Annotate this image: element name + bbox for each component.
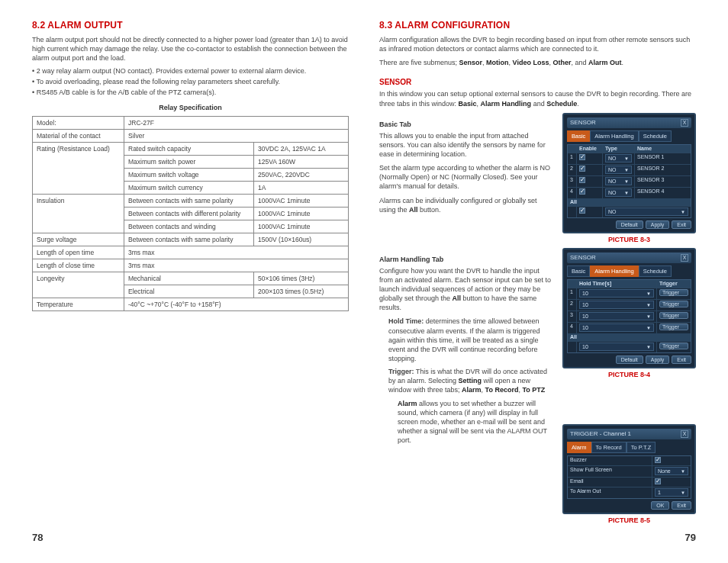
tab-to-record[interactable]: To Record (591, 442, 627, 453)
checkbox[interactable] (579, 208, 585, 214)
window-title: TRIGGER - Channel 1 (570, 430, 631, 437)
bullet: 2 way relay alarm output (NO contact). P… (32, 67, 349, 75)
tab-basic[interactable]: Basic (567, 130, 590, 142)
trigger-button[interactable]: Trigger (659, 312, 688, 319)
alarm-def: Alarm allows you to set whether a buzzer… (398, 399, 555, 446)
relay-spec-table: Model:JRC-27FMaterial of the contactSilv… (32, 116, 349, 311)
tab-to-ptz[interactable]: To P.T.Z (627, 442, 656, 453)
figure-caption: PICTURE 8-5 (562, 516, 696, 524)
close-icon[interactable]: X (681, 430, 688, 438)
tab-alarm-handling[interactable]: Alarm Handling (590, 130, 638, 142)
trigger-channel-window: TRIGGER - Channel 1X Alarm To Record To … (562, 424, 696, 514)
type-select[interactable]: NO▼ (605, 208, 688, 216)
value-select[interactable]: None▼ (655, 467, 688, 475)
checkbox[interactable] (655, 457, 661, 463)
left-column: 8.2 ALARM OUTPUT The alarm output port s… (32, 20, 349, 543)
figure-8-3: SENSORX Basic Alarm Handling Schedule En… (562, 113, 696, 243)
tab-alarm[interactable]: Alarm (567, 442, 591, 453)
section-heading-8-3: 8.3 ALARM CONFIGURATION (379, 20, 696, 31)
trigger-button[interactable]: Trigger (659, 323, 688, 330)
type-select[interactable]: NO▼ (605, 166, 632, 174)
bullet: RS485 A/B cable is for the A/B cable of … (32, 88, 349, 96)
intro-text: Alarm configuration allows the DVR to be… (379, 35, 696, 53)
checkbox[interactable] (655, 478, 661, 484)
table-title: Relay Specification (32, 104, 349, 111)
alarm-handling-heading: Alarm Handling Tab (379, 256, 555, 263)
sensor-heading: SENSOR (379, 78, 696, 86)
tab-alarm-handling[interactable]: Alarm Handling (590, 265, 638, 277)
intro-text: The alarm output port should not be dire… (32, 35, 349, 63)
checkbox[interactable] (579, 154, 585, 160)
checkbox[interactable] (579, 188, 585, 195)
ok-button[interactable]: OK (651, 501, 669, 510)
hold-time-def: Hold Time: determines the time allowed b… (388, 317, 555, 363)
basic-p1: This allows you to enable the input from… (379, 131, 555, 159)
hold-select[interactable]: 10▼ (579, 323, 654, 332)
hold-select[interactable]: 10▼ (579, 289, 654, 298)
value-select[interactable]: 1▼ (655, 488, 688, 497)
basic-tab-heading: Basic Tab (379, 121, 555, 128)
section-heading-8-2: 8.2 ALARM OUTPUT (32, 20, 349, 31)
window-title: SENSOR (570, 254, 596, 261)
checkbox[interactable] (579, 166, 585, 172)
hold-select[interactable]: 10▼ (579, 312, 654, 320)
bullet-list: 2 way relay alarm output (NO contact). P… (32, 67, 349, 96)
exit-button[interactable]: Exit (672, 220, 691, 229)
tab-basic[interactable]: Basic (567, 265, 590, 277)
ah-p1: Configure how you want the DVR to handle… (379, 266, 555, 313)
submenu-line: There are five submenus; Sensor, Motion,… (379, 58, 696, 67)
apply-button[interactable]: Apply (646, 220, 670, 229)
type-select[interactable]: NO▼ (605, 154, 632, 162)
figure-caption: PICTURE 8-4 (562, 371, 696, 378)
page-number-right: 79 (685, 532, 696, 543)
figure-8-4: SENSORX Basic Alarm Handling Schedule Ho… (562, 248, 696, 378)
apply-button[interactable]: Apply (646, 355, 670, 364)
hold-select[interactable]: 10▼ (579, 301, 654, 309)
chevron-down-icon: ▼ (646, 345, 651, 349)
exit-button[interactable]: Exit (672, 501, 691, 510)
sensor-intro: In this window you can setup optional ex… (379, 89, 696, 108)
default-button[interactable]: Default (616, 220, 643, 229)
tab-schedule[interactable]: Schedule (639, 130, 672, 142)
checkbox[interactable] (579, 177, 585, 183)
hold-select[interactable]: 10▼ (579, 343, 654, 351)
sensor-basic-window: SENSORX Basic Alarm Handling Schedule En… (562, 113, 696, 233)
close-icon[interactable]: X (681, 119, 688, 127)
window-title: SENSOR (570, 119, 596, 126)
type-select[interactable]: NO▼ (605, 177, 632, 185)
trigger-button[interactable]: Trigger (659, 289, 688, 296)
tab-schedule[interactable]: Schedule (639, 265, 672, 277)
page-number-left: 78 (32, 532, 43, 543)
type-select[interactable]: NO▼ (605, 188, 632, 197)
default-button[interactable]: Default (616, 355, 643, 364)
right-column: 8.3 ALARM CONFIGURATION Alarm configurat… (379, 20, 696, 543)
basic-p3: Alarms can be individually configured or… (379, 196, 555, 214)
basic-p2: Set the alarm type according to whether … (379, 163, 555, 191)
exit-button[interactable]: Exit (672, 355, 691, 364)
sensor-alarm-handling-window: SENSORX Basic Alarm Handling Schedule Ho… (562, 248, 696, 368)
figure-8-5: TRIGGER - Channel 1X Alarm To Record To … (562, 424, 696, 524)
close-icon[interactable]: X (681, 254, 688, 262)
figure-caption: PICTURE 8-3 (562, 236, 696, 243)
bullet: To avoid overloading, please read the fo… (32, 78, 349, 85)
trigger-def: Trigger: This is what the DVR will do on… (388, 367, 555, 394)
trigger-button[interactable]: Trigger (659, 301, 688, 307)
chevron-down-icon: ▼ (681, 210, 685, 214)
trigger-button[interactable]: Trigger (659, 343, 688, 349)
